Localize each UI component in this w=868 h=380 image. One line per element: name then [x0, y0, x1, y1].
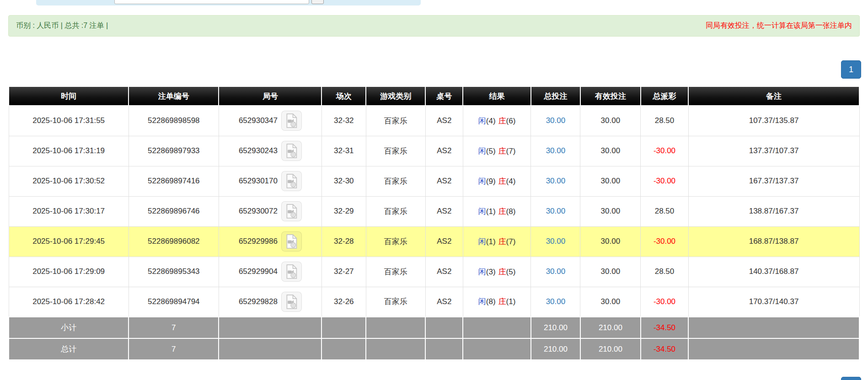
form-field-input[interactable] — [114, 0, 309, 4]
total-label: 总计 — [9, 338, 129, 360]
result-player-label: 闲 — [478, 207, 486, 216]
cell-session: 32-31 — [321, 136, 366, 166]
grand-total-row: 总计 7 210.00 210.00 -34.50 — [9, 338, 859, 360]
total-bet-link[interactable]: 30.00 — [546, 237, 566, 246]
column-header: 有效投注 — [580, 86, 641, 106]
cell-bet-id: 522869897416 — [129, 166, 219, 196]
cell-table-no: AS2 — [425, 136, 463, 166]
form-button[interactable] — [311, 0, 324, 4]
total-total-bet: 210.00 — [531, 338, 580, 360]
cell-session: 32-28 — [321, 226, 366, 257]
column-header: 场次 — [321, 86, 366, 106]
cell-note: 137.37/107.37 — [688, 136, 859, 166]
round-id: 652929986 — [239, 237, 278, 246]
cell-payout: 28.50 — [641, 106, 688, 136]
total-bet-link[interactable]: 30.00 — [546, 297, 566, 306]
video-playback-button[interactable] — [281, 141, 302, 161]
cell-valid-bet: 30.00 — [580, 257, 641, 287]
cell-bet-id: 522869896082 — [129, 226, 219, 257]
table-row[interactable]: 2025-10-06 17:30:17 522869896746 6529300… — [9, 196, 859, 226]
cell-table-no: AS2 — [425, 106, 463, 136]
result-banker-label: 庄 — [498, 147, 506, 155]
cell-game-type: 百家乐 — [366, 166, 425, 196]
page-1-button-bottom[interactable]: 1 — [841, 377, 861, 380]
cell-valid-bet: 30.00 — [580, 136, 641, 166]
cell-table-no: AS2 — [425, 226, 463, 257]
round-id: 652929904 — [239, 267, 278, 276]
cell-valid-bet: 30.00 — [580, 166, 641, 196]
cell-table-no: AS2 — [425, 196, 463, 226]
page-1-button[interactable]: 1 — [841, 60, 861, 79]
cell-session: 32-29 — [321, 196, 366, 226]
round-id: 652930243 — [239, 146, 278, 155]
cell-total-bet: 30.00 — [531, 226, 580, 257]
top-form-strip — [36, 0, 421, 5]
result-banker-label: 庄 — [498, 177, 506, 186]
cell-game-type: 百家乐 — [366, 257, 425, 287]
column-header: 时间 — [9, 86, 129, 106]
cell-result: 闲(1)庄(7) — [463, 226, 531, 257]
total-payout: -34.50 — [641, 338, 688, 360]
cell-result: 闲(4)庄(6) — [463, 106, 531, 136]
table-row[interactable]: 2025-10-06 17:29:09 522869895343 6529299… — [9, 257, 859, 287]
cell-time: 2025-10-06 17:31:55 — [9, 106, 129, 136]
result-player-score: (3) — [486, 268, 496, 276]
column-header: 注单编号 — [129, 86, 219, 106]
result-player-label: 闲 — [478, 117, 486, 125]
total-bet-link[interactable]: 30.00 — [546, 177, 566, 185]
video-playback-button[interactable] — [281, 111, 302, 131]
cell-total-bet: 30.00 — [531, 166, 580, 196]
table-row[interactable]: 2025-10-06 17:28:42 522869894794 6529298… — [9, 287, 859, 317]
result-banker-score: (7) — [506, 237, 516, 246]
cell-round: 652930243 — [219, 136, 321, 166]
total-count: 7 — [129, 338, 219, 360]
result-player-score: (5) — [486, 147, 496, 155]
table-row[interactable]: 2025-10-06 17:30:52 522869897416 6529301… — [9, 166, 859, 196]
cell-bet-id: 522869897933 — [129, 136, 219, 166]
result-player-score: (1) — [486, 237, 496, 246]
cell-payout: -30.00 — [641, 287, 688, 317]
video-file-icon — [285, 264, 298, 279]
video-playback-button[interactable] — [281, 262, 302, 282]
cell-session: 32-32 — [321, 106, 366, 136]
cell-session: 32-26 — [321, 287, 366, 317]
summary-banner: 币别 : 人民币 | 总共 :7 注单 | 同局有效投注，统一计算在该局第一张注… — [8, 15, 860, 37]
table-row[interactable]: 2025-10-06 17:31:55 522869898598 6529303… — [9, 106, 859, 136]
total-bet-link[interactable]: 30.00 — [546, 207, 566, 215]
cell-round: 652930170 — [219, 166, 321, 196]
total-bet-link[interactable]: 30.00 — [546, 267, 566, 276]
result-player-label: 闲 — [478, 147, 486, 155]
table-row[interactable]: 2025-10-06 17:29:45 522869896082 6529299… — [9, 226, 859, 257]
pagination-bottom: 1 — [0, 377, 868, 380]
column-header: 局号 — [219, 86, 321, 106]
cell-valid-bet: 30.00 — [580, 106, 641, 136]
total-bet-link[interactable]: 30.00 — [546, 146, 566, 155]
column-header: 备注 — [688, 86, 859, 106]
column-header: 结果 — [463, 86, 531, 106]
subtotal-valid-bet: 210.00 — [580, 317, 641, 338]
video-playback-button[interactable] — [281, 292, 302, 312]
cell-game-type: 百家乐 — [366, 136, 425, 166]
cell-bet-id: 522869894794 — [129, 287, 219, 317]
subtotal-count: 7 — [129, 317, 219, 338]
cell-round: 652930347 — [219, 106, 321, 136]
result-banker-label: 庄 — [498, 117, 506, 125]
subtotal-row: 小计 7 210.00 210.00 -34.50 — [9, 317, 859, 338]
video-playback-button[interactable] — [281, 171, 302, 191]
total-valid-bet: 210.00 — [580, 338, 641, 360]
video-playback-button[interactable] — [281, 201, 302, 221]
table-row[interactable]: 2025-10-06 17:31:19 522869897933 6529302… — [9, 136, 859, 166]
cell-result: 闲(9)庄(4) — [463, 166, 531, 196]
table-header-row: 时间注单编号局号场次游戏类别桌号结果总投注有效投注总派彩备注 — [9, 86, 859, 106]
cell-payout: -30.00 — [641, 166, 688, 196]
cell-table-no: AS2 — [425, 257, 463, 287]
column-header: 总投注 — [531, 86, 580, 106]
cell-total-bet: 30.00 — [531, 257, 580, 287]
result-player-label: 闲 — [478, 268, 486, 276]
total-bet-link[interactable]: 30.00 — [546, 116, 566, 125]
cell-result: 闲(5)庄(7) — [463, 136, 531, 166]
result-player-score: (4) — [486, 117, 496, 125]
cell-time: 2025-10-06 17:30:17 — [9, 196, 129, 226]
cell-round: 652929904 — [219, 257, 321, 287]
video-playback-button[interactable] — [281, 231, 302, 252]
